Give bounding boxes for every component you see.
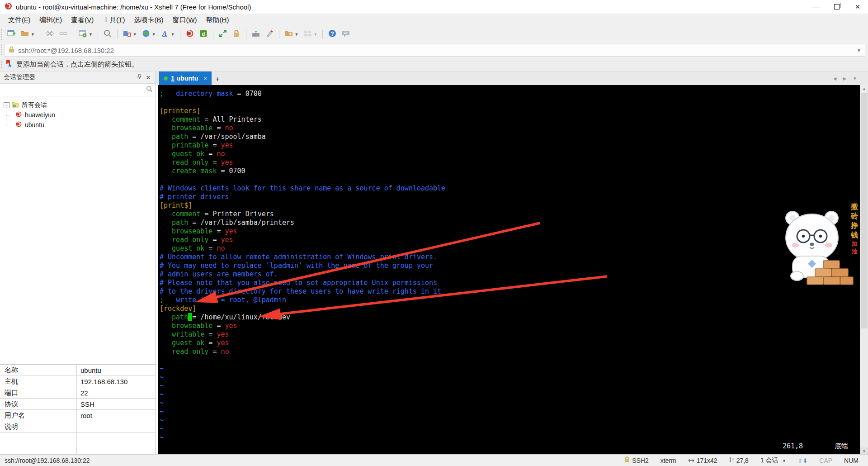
tab-scroll-right-icon[interactable]: ▶	[843, 76, 846, 81]
session-manager-panel: 会话管理器 ✕ −所有会话huaweiyunubuntu 名称ubuntu主机1…	[0, 71, 156, 455]
help-button[interactable]: ?	[327, 29, 338, 40]
tree-expander-icon[interactable]: −	[4, 102, 9, 108]
terminal-line: # to the drivers directory for these use…	[160, 287, 860, 296]
menu-item-edit[interactable]: 编辑(E)	[35, 14, 66, 26]
session-search-input[interactable]	[3, 86, 146, 94]
scroll-up-icon: ⬆	[798, 457, 803, 464]
tab-status-dot	[164, 76, 168, 81]
terminal-line: comment = Printer Drivers	[160, 210, 860, 219]
new-terminal-button[interactable]	[6, 29, 17, 40]
toolbar-separator	[279, 30, 279, 39]
menu-item-help[interactable]: 帮助(H)	[202, 14, 234, 26]
close-button[interactable]: ×	[847, 0, 868, 14]
vim-scroll-status: 底端	[835, 442, 848, 451]
terminal-scrollbar[interactable]: ▲ ▼	[860, 85, 868, 455]
restore-button[interactable]	[826, 0, 847, 14]
menu-item-tools[interactable]: 工具(T)	[98, 14, 129, 26]
menu-item-view[interactable]: 查看(V)	[66, 14, 98, 26]
xftp-icon: d	[199, 29, 208, 40]
address-url: ssh://root:*@192.168.68.130:22	[18, 47, 857, 54]
status-protocol[interactable]: SSH2	[618, 456, 655, 464]
keyboard-button[interactable]	[250, 29, 261, 40]
new-folder-button[interactable]: ▼	[283, 29, 300, 40]
session-item-huaweiyun[interactable]: huaweiyun	[0, 110, 156, 120]
tab-ubuntu[interactable]: 1 ubuntu ×	[159, 71, 212, 85]
terminal-line: guest ok = yes	[160, 339, 860, 347]
terminal-line: [rockdev]	[160, 304, 860, 313]
tab-scroll-left-icon[interactable]: ◀	[833, 76, 837, 81]
font-button[interactable]: A▼	[160, 29, 176, 40]
xshell-button[interactable]	[184, 29, 195, 40]
dropdown-arrow-icon[interactable]: ▼	[314, 32, 318, 37]
dropdown-arrow-icon[interactable]: ▼	[133, 32, 137, 37]
session-panel-header: 会话管理器 ✕	[0, 71, 156, 84]
web-button[interactable]: ▼	[141, 29, 157, 40]
find-button[interactable]	[102, 29, 113, 40]
lock-button[interactable]	[231, 29, 242, 40]
dropdown-arrow-icon[interactable]: ▼	[171, 32, 175, 37]
terminal-line: writable = yes	[160, 330, 860, 339]
scroll-down-icon: ⬇	[802, 457, 807, 464]
disconnect-button	[44, 29, 55, 40]
status-scroll-arrows[interactable]: ⬆⬇	[792, 457, 814, 464]
terminal-line: ; write list = root, @lpadmin	[160, 296, 860, 304]
menu-item-file[interactable]: 文件(F)	[4, 14, 35, 26]
dropdown-arrow-icon[interactable]: ▼	[31, 32, 35, 37]
toolbar-separator	[73, 30, 73, 39]
status-num-lock[interactable]: NUM	[838, 457, 864, 464]
open-folder-button[interactable]: ▼	[19, 29, 36, 40]
search-icon[interactable]	[146, 86, 153, 94]
status-session-count[interactable]: 1 会话▲	[755, 456, 792, 465]
property-label: 名称	[0, 365, 77, 376]
terminal-line	[160, 176, 860, 184]
session-properties-button[interactable]: ▼	[77, 29, 94, 40]
minimize-button[interactable]: —	[806, 0, 826, 14]
property-label: 说明	[0, 421, 77, 432]
window-controls: — ×	[806, 0, 868, 14]
highlight-pen-button[interactable]	[264, 29, 275, 40]
new-tab-button[interactable]: +	[212, 73, 223, 85]
pin-icon[interactable]	[135, 74, 144, 81]
xftp-button[interactable]: d	[198, 29, 209, 40]
tree-root-all-sessions[interactable]: −所有会话	[0, 100, 156, 110]
scrollbar-thumb[interactable]	[861, 93, 868, 328]
cursor-position-icon	[729, 457, 734, 464]
property-value: 192.168.68.130	[77, 378, 156, 385]
status-emulation[interactable]: xterm	[655, 457, 682, 464]
tab-close-icon[interactable]: ×	[203, 75, 207, 82]
dropdown-arrow-icon[interactable]: ▼	[89, 32, 93, 37]
status-caps-lock[interactable]: CAP	[813, 457, 838, 464]
layout-button[interactable]: ▼	[122, 29, 138, 40]
status-cursor-position[interactable]: 27,8	[723, 457, 755, 464]
terminal-line: # You may need to replace 'lpadmin' with…	[160, 262, 860, 270]
session-properties-icon	[78, 29, 87, 40]
panel-close-icon[interactable]: ✕	[144, 74, 153, 81]
property-row: 端口22	[0, 387, 156, 399]
scrollbar-down-icon[interactable]: ▼	[860, 447, 868, 455]
terminal-line: ; directory mask = 0700	[160, 90, 860, 98]
menu-item-tab[interactable]: 选项卡(B)	[129, 14, 168, 26]
scrollbar-up-icon[interactable]: ▲	[860, 85, 868, 92]
terminal-screen[interactable]: ; directory mask = 0700 [printers] comme…	[156, 85, 860, 455]
terminal-line: read only = yes	[160, 158, 860, 167]
dropdown-arrow-icon[interactable]: ▼	[295, 32, 299, 37]
menu-item-window[interactable]: 窗口(W)	[168, 14, 201, 26]
address-dropdown-icon[interactable]: ▼	[857, 48, 861, 53]
terminal-empty-line: ~	[160, 425, 860, 433]
fullscreen-button[interactable]	[217, 29, 228, 40]
xshell-app-icon	[5, 2, 12, 12]
terminal-empty-line: ~	[160, 382, 860, 390]
tab-list-icon[interactable]: ▼	[853, 76, 857, 81]
dropdown-arrow-icon[interactable]: ▼	[152, 32, 156, 37]
terminal-line: # admin users are members of.	[160, 270, 860, 279]
tile-windows-icon	[303, 29, 312, 40]
status-terminal-size[interactable]: 171x42	[682, 457, 723, 464]
title-bar: ubuntu - root@xu-virtual-machine: /home/…	[0, 0, 868, 14]
terminal-wrap: ; directory mask = 0700 [printers] comme…	[156, 85, 868, 455]
address-field[interactable]: ssh://root:*@192.168.68.130:22 ▼	[5, 44, 865, 57]
toolbar-separator	[40, 30, 40, 39]
property-empty-row	[0, 433, 156, 455]
feedback-button[interactable]	[340, 29, 351, 40]
session-item-ubuntu[interactable]: ubuntu	[0, 120, 156, 130]
tab-bar: 1 ubuntu × + ◀ ▶ ▼	[156, 71, 868, 85]
